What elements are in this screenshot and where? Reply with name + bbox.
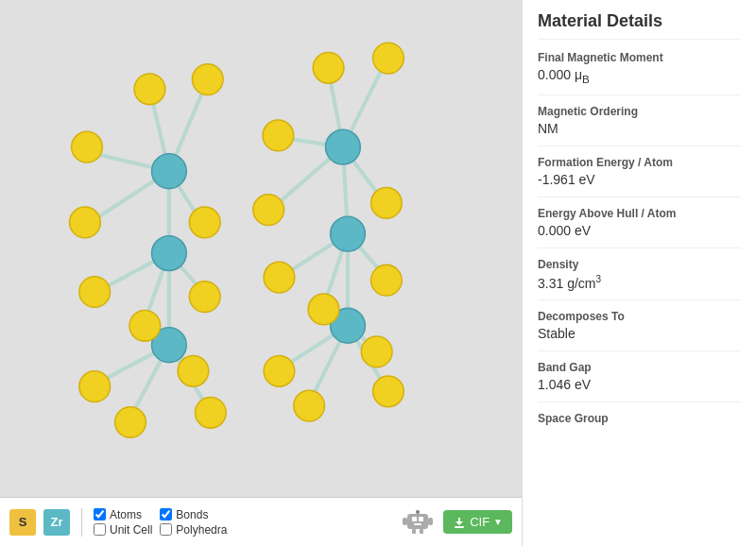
band-gap-value: 1.046 eV <box>538 377 741 392</box>
divider <box>81 508 82 537</box>
polyhedra-checkbox[interactable] <box>160 523 172 536</box>
svg-point-19 <box>192 64 223 95</box>
svg-rect-65 <box>428 518 433 525</box>
svg-rect-59 <box>407 514 428 529</box>
svg-point-45 <box>331 216 366 251</box>
svg-rect-61 <box>419 517 423 521</box>
svg-point-53 <box>308 294 339 325</box>
svg-point-16 <box>151 236 186 271</box>
band-gap-label: Band Gap <box>538 361 741 374</box>
toolbar: S Zr Atoms Unit Cell Bonds <box>0 497 522 546</box>
molecule-svg <box>0 0 522 497</box>
energy-above-hull-label: Energy Above Hull / Atom <box>538 207 741 220</box>
svg-point-55 <box>361 336 392 367</box>
svg-point-56 <box>264 355 295 386</box>
bonds-checkbox-item[interactable]: Bonds <box>160 508 227 521</box>
unit-cell-label: Unit Cell <box>110 523 152 537</box>
svg-point-68 <box>416 510 420 514</box>
energy-above-hull-value: 0.000 eV <box>538 223 741 238</box>
robot-icon[interactable] <box>400 503 436 538</box>
atoms-label: Atoms <box>110 508 142 521</box>
formation-energy-value: -1.961 eV <box>538 172 741 187</box>
magnetic-ordering-label: Magnetic Ordering <box>538 105 741 118</box>
polyhedra-label: Polyhedra <box>176 523 227 537</box>
main-container: S Zr Atoms Unit Cell Bonds <box>0 0 756 546</box>
svg-point-26 <box>178 355 209 386</box>
viewer-panel: S Zr Atoms Unit Cell Bonds <box>0 0 522 546</box>
atoms-checkbox-item[interactable]: Atoms <box>94 508 152 521</box>
svg-point-15 <box>151 154 186 189</box>
checkbox-group-left: Atoms Unit Cell <box>94 508 152 537</box>
magnetic-moment-value: 0.000 μB <box>538 67 741 85</box>
svg-rect-64 <box>403 518 407 525</box>
detail-formation-energy: Formation Energy / Atom -1.961 eV <box>538 156 741 197</box>
decomposes-to-value: Stable <box>538 326 741 341</box>
details-title: Material Details <box>538 11 741 40</box>
svg-point-21 <box>70 207 101 238</box>
molecule-area[interactable] <box>0 0 522 497</box>
svg-point-49 <box>263 120 294 151</box>
bonds-checkbox[interactable] <box>160 508 172 520</box>
svg-point-48 <box>373 43 404 74</box>
svg-point-58 <box>373 376 404 407</box>
svg-rect-66 <box>412 529 416 534</box>
svg-point-20 <box>72 131 103 162</box>
svg-rect-67 <box>420 529 423 534</box>
svg-point-54 <box>371 264 403 296</box>
cif-button-label: CIF <box>470 515 490 529</box>
svg-point-18 <box>134 74 165 105</box>
element-badge-zr[interactable]: Zr <box>43 509 70 536</box>
space-group-label: Space Group <box>538 412 741 425</box>
download-icon <box>453 516 466 529</box>
decomposes-to-label: Decomposes To <box>538 310 741 323</box>
svg-point-52 <box>264 262 295 293</box>
svg-rect-60 <box>412 517 417 521</box>
checkbox-group-right: Bonds Polyhedra <box>160 508 227 537</box>
cif-button[interactable]: CIF ▼ <box>443 510 512 534</box>
svg-point-47 <box>313 52 344 83</box>
atoms-checkbox[interactable] <box>94 508 106 520</box>
svg-point-28 <box>115 407 146 438</box>
detail-magnetic-ordering: Magnetic Ordering NM <box>538 105 741 146</box>
detail-density: Density 3.31 g/cm3 <box>538 258 741 301</box>
svg-point-57 <box>294 390 325 421</box>
svg-rect-62 <box>414 523 421 525</box>
density-label: Density <box>538 258 741 271</box>
svg-point-23 <box>79 277 111 308</box>
svg-point-24 <box>129 310 161 341</box>
detail-decomposes-to: Decomposes To Stable <box>538 310 741 351</box>
magnetic-moment-label: Final Magnetic Moment <box>538 51 741 64</box>
svg-point-44 <box>325 129 360 164</box>
magnetic-ordering-value: NM <box>538 121 741 136</box>
dropdown-arrow: ▼ <box>493 517 503 527</box>
svg-point-50 <box>253 195 284 226</box>
details-panel: Material Details Final Magnetic Moment 0… <box>522 0 756 546</box>
svg-point-27 <box>79 371 111 402</box>
element-badge-s[interactable]: S <box>9 509 36 536</box>
svg-rect-69 <box>455 526 464 528</box>
detail-energy-above-hull: Energy Above Hull / Atom 0.000 eV <box>538 207 741 248</box>
unit-cell-checkbox-item[interactable]: Unit Cell <box>94 523 152 537</box>
svg-point-25 <box>189 282 220 313</box>
detail-band-gap: Band Gap 1.046 eV <box>538 361 741 402</box>
robot-icon-container <box>400 503 436 542</box>
unit-cell-checkbox[interactable] <box>94 523 106 536</box>
bonds-label: Bonds <box>176 508 208 521</box>
svg-point-22 <box>189 207 220 238</box>
polyhedra-checkbox-item[interactable]: Polyhedra <box>160 523 227 537</box>
svg-point-51 <box>371 188 403 219</box>
svg-rect-0 <box>0 2 522 494</box>
detail-magnetic-moment: Final Magnetic Moment 0.000 μB <box>538 51 741 95</box>
density-value: 3.31 g/cm3 <box>538 274 741 291</box>
svg-point-29 <box>195 397 226 428</box>
formation-energy-label: Formation Energy / Atom <box>538 156 741 169</box>
detail-space-group: Space Group <box>538 412 741 437</box>
